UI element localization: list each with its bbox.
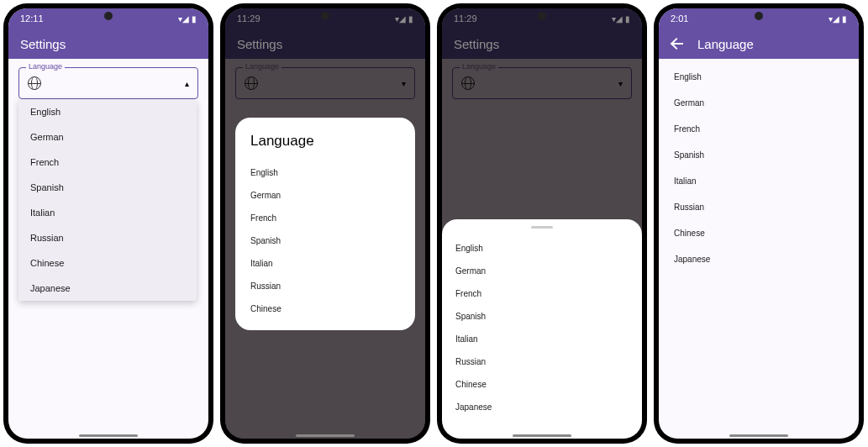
dropdown-item-japanese[interactable]: Japanese	[18, 276, 197, 301]
dropdown-item-english[interactable]: English	[18, 99, 197, 124]
appbar: Settings	[8, 29, 208, 59]
dropdown-item-spanish[interactable]: Spanish	[18, 175, 197, 200]
screen-1: 12:11 ▾◢ ▮ Settings Language ▴ English G…	[8, 8, 208, 439]
sheet-item-german[interactable]: German	[455, 260, 629, 282]
content: Language ▴ English German French Spanish…	[8, 59, 208, 108]
status-icons: ▾◢ ▮	[178, 14, 197, 24]
list-item-spanish[interactable]: Spanish	[659, 142, 859, 168]
list-item-french[interactable]: French	[659, 116, 859, 142]
phone-frame-1: 12:11 ▾◢ ▮ Settings Language ▴ English G…	[3, 3, 213, 444]
dropdown-item-chinese[interactable]: Chinese	[18, 250, 197, 276]
language-list: English German French Spanish Italian Ru…	[659, 59, 859, 277]
language-field[interactable]: Language ▴	[18, 67, 198, 99]
dialog-item-english[interactable]: English	[250, 161, 400, 184]
phone-frame-4: 2:01 ▾◢ ▮ Language English German French…	[654, 3, 864, 444]
field-label: Language	[26, 62, 65, 71]
phone-frame-3: 11:29 ▾◢ ▮ Settings Language ▾ English G…	[437, 3, 647, 444]
dialog-item-spanish[interactable]: Spanish	[250, 229, 400, 252]
page-title: Settings	[20, 37, 66, 51]
page-title: Language	[697, 37, 754, 51]
status-icons: ▾◢ ▮	[829, 14, 847, 24]
back-arrow-icon[interactable]	[671, 37, 684, 50]
drag-handle[interactable]	[531, 226, 553, 229]
dialog-item-german[interactable]: German	[250, 184, 400, 207]
dialog-item-french[interactable]: French	[250, 207, 400, 229]
globe-icon	[28, 76, 41, 90]
screen-3: 11:29 ▾◢ ▮ Settings Language ▾ English G…	[442, 8, 642, 439]
screen-2: 11:29 ▾◢ ▮ Settings Language ▾ Language …	[225, 8, 425, 439]
list-item-english[interactable]: English	[659, 64, 859, 90]
dialog-title: Language	[250, 133, 400, 150]
sheet-item-russian[interactable]: Russian	[455, 350, 629, 373]
clock: 2:01	[671, 13, 688, 24]
dialog-item-russian[interactable]: Russian	[250, 275, 400, 297]
sheet-item-french[interactable]: French	[455, 282, 629, 305]
dropdown-item-french[interactable]: French	[18, 150, 197, 175]
list-item-italian[interactable]: Italian	[659, 168, 859, 194]
language-bottomsheet: English German French Spanish Italian Ru…	[442, 219, 642, 439]
clock: 12:11	[20, 13, 44, 24]
list-item-japanese[interactable]: Japanese	[659, 246, 859, 272]
phone-frame-2: 11:29 ▾◢ ▮ Settings Language ▾ Language …	[220, 3, 430, 444]
sheet-item-spanish[interactable]: Spanish	[455, 305, 629, 328]
dialog-item-chinese[interactable]: Chinese	[250, 297, 400, 320]
sheet-item-japanese[interactable]: Japanese	[455, 396, 629, 418]
sheet-item-chinese[interactable]: Chinese	[455, 373, 629, 396]
statusbar: 2:01 ▾◢ ▮	[659, 8, 859, 29]
dropdown-item-german[interactable]: German	[18, 124, 197, 150]
sheet-item-italian[interactable]: Italian	[455, 328, 629, 350]
dropdown-item-russian[interactable]: Russian	[18, 225, 197, 250]
appbar: Language	[659, 29, 859, 59]
language-dialog: Language English German French Spanish I…	[235, 118, 415, 330]
list-item-chinese[interactable]: Chinese	[659, 220, 859, 246]
chevron-up-icon: ▴	[185, 79, 189, 88]
sheet-item-english[interactable]: English	[455, 237, 629, 260]
dialog-item-italian[interactable]: Italian	[250, 252, 400, 275]
language-dropdown: English German French Spanish Italian Ru…	[18, 99, 197, 301]
screen-4: 2:01 ▾◢ ▮ Language English German French…	[659, 8, 859, 439]
list-item-russian[interactable]: Russian	[659, 194, 859, 220]
dropdown-item-italian[interactable]: Italian	[18, 200, 197, 225]
statusbar: 12:11 ▾◢ ▮	[8, 8, 208, 29]
list-item-german[interactable]: German	[659, 90, 859, 116]
